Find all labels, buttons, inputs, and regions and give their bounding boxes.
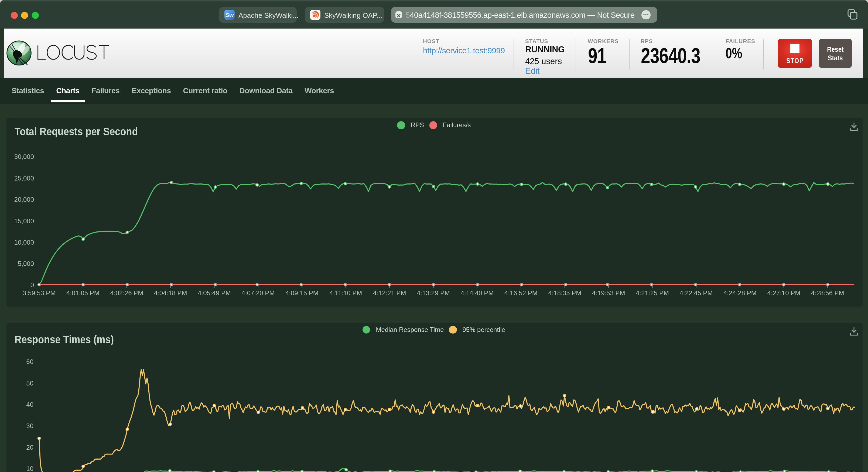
svg-text:4:19:53 PM: 4:19:53 PM — [592, 289, 625, 297]
svg-text:4:28:56 PM: 4:28:56 PM — [811, 289, 844, 297]
svg-text:4:24:28 PM: 4:24:28 PM — [723, 289, 756, 297]
svg-text:30,000: 30,000 — [14, 153, 34, 160]
svg-text:4:09:15 PM: 4:09:15 PM — [285, 289, 318, 297]
svg-text:5,000: 5,000 — [18, 260, 34, 267]
svg-text:4:16:52 PM: 4:16:52 PM — [504, 289, 537, 297]
svg-text:4:07:20 PM: 4:07:20 PM — [241, 289, 275, 297]
svg-text:4:12:21 PM: 4:12:21 PM — [373, 289, 406, 297]
svg-text:4:05:49 PM: 4:05:49 PM — [197, 289, 230, 297]
svg-text:25,000: 25,000 — [14, 175, 34, 182]
svg-text:4:22:45 PM: 4:22:45 PM — [679, 289, 713, 297]
svg-text:60: 60 — [26, 358, 33, 365]
svg-text:50: 50 — [26, 379, 33, 386]
svg-text:40: 40 — [26, 401, 33, 408]
svg-text:20,000: 20,000 — [14, 196, 34, 203]
svg-text:3:59:53 PM: 3:59:53 PM — [22, 289, 56, 297]
svg-text:4:02:26 PM: 4:02:26 PM — [110, 289, 143, 297]
svg-text:10: 10 — [26, 465, 33, 472]
svg-text:10,000: 10,000 — [14, 239, 34, 246]
svg-text:4:04:18 PM: 4:04:18 PM — [154, 289, 187, 297]
svg-text:15,000: 15,000 — [14, 217, 34, 225]
svg-text:4:14:40 PM: 4:14:40 PM — [460, 289, 494, 297]
svg-text:4:27:10 PM: 4:27:10 PM — [767, 289, 800, 297]
svg-text:Sw: Sw — [225, 12, 234, 18]
svg-text:0: 0 — [30, 281, 34, 289]
svg-text:4:11:10 PM: 4:11:10 PM — [329, 289, 362, 297]
svg-text:20: 20 — [26, 443, 33, 451]
svg-text:30: 30 — [26, 422, 33, 429]
svg-text:4:21:25 PM: 4:21:25 PM — [636, 289, 669, 297]
svg-text:4:13:29 PM: 4:13:29 PM — [416, 289, 450, 297]
svg-text:4:18:35 PM: 4:18:35 PM — [548, 289, 581, 297]
svg-text:4:01:05 PM: 4:01:05 PM — [66, 289, 99, 297]
